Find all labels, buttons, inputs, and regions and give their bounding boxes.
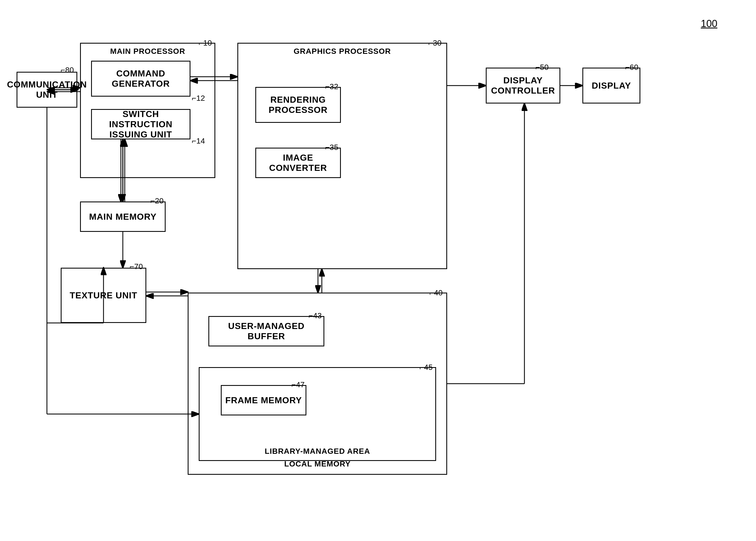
display-box: DISPLAY (582, 68, 640, 104)
texture-unit-box: TEXTURE UNIT (61, 268, 146, 323)
diagram: 100 MAIN PROCESSOR ⌐10 COMMANDGENERATOR … (0, 0, 756, 541)
ref-40: ⌐40 (430, 288, 443, 297)
main-memory-box: MAIN MEMORY (80, 202, 166, 232)
ref-100: 100 (701, 18, 717, 30)
ref-35: ⌐35 (325, 143, 338, 152)
ref-50: ⌐50 (536, 63, 549, 72)
frame-memory-box: FRAME MEMORY (221, 385, 306, 415)
rendering-processor-box: RENDERINGPROCESSOR (255, 87, 341, 123)
ref-47: ⌐47 (291, 380, 305, 389)
ref-60: ⌐60 (625, 63, 638, 72)
image-converter-box: IMAGE CONVERTER (255, 148, 341, 178)
ref-20: ⌐20 (151, 197, 164, 205)
ref-43: ⌐43 (309, 311, 322, 320)
ref-70: ⌐70 (130, 262, 143, 271)
ref-12: ⌐12 (192, 94, 205, 103)
ref-32: ⌐32 (325, 82, 338, 91)
ref-10: ⌐10 (199, 39, 212, 48)
display-controller-box: DISPLAYCONTROLLER (486, 68, 560, 104)
ref-80: ⌐80 (61, 66, 74, 75)
ref-14: ⌐14 (192, 137, 205, 146)
ref-30: ⌐30 (428, 39, 442, 48)
switch-instruction-box: SWITCH INSTRUCTIONISSUING UNIT (91, 109, 190, 139)
ref-45: ⌐45 (420, 363, 433, 372)
user-managed-buffer-box: USER-MANAGED BUFFER (208, 316, 324, 346)
command-generator-box: COMMANDGENERATOR (91, 61, 190, 97)
communication-unit-box: COMMUNICATIONUNIT (17, 72, 77, 108)
